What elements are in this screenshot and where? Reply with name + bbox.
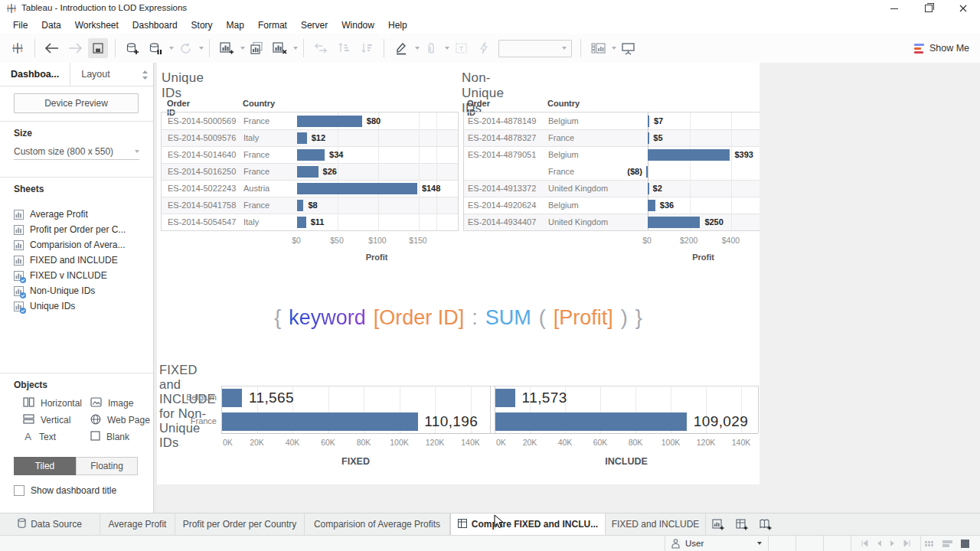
new-worksheet-caret-icon[interactable] [240,47,245,50]
profit-bar[interactable] [648,200,655,211]
profit-bar[interactable] [297,183,417,194]
profit-bar[interactable] [297,132,307,144]
pause-updates-caret-icon[interactable] [169,47,174,50]
menu-file[interactable]: File [6,17,34,34]
profit-bar[interactable] [648,132,649,144]
sheet-tab-compare-fixed-and-inclu-[interactable]: Compare FIXED and INCLU... [450,514,606,535]
menu-dashboard[interactable]: Dashboard [126,17,185,34]
profit-bar[interactable] [648,183,649,194]
show-me-button[interactable]: Show Me [914,34,969,63]
sheet-list-item[interactable]: FIXED v INCLUDE [14,268,107,283]
menu-format[interactable]: Format [251,17,294,34]
sheet-list-item[interactable]: Unique IDs [14,298,75,314]
previous-page-icon[interactable] [876,540,882,547]
object-item-web-page[interactable]: Web Page [90,414,150,426]
fix-axes-icon[interactable] [474,38,494,58]
sheet-list-item[interactable]: Profit per Order per C... [14,222,126,237]
profit-bar[interactable] [646,166,648,178]
object-item-blank[interactable]: Blank [90,431,129,443]
menu-map[interactable]: Map [220,17,251,34]
profit-bar[interactable] [648,149,730,161]
redo-forward-icon[interactable] [65,38,85,58]
size-dropdown[interactable]: Custom size (800 x 550) [14,144,139,160]
tab-layout[interactable]: Layout [70,63,121,86]
axis-tick-label: 20K [523,438,537,447]
menu-window[interactable]: Window [335,17,381,34]
show-hide-cards-icon[interactable] [588,38,608,58]
show-mark-labels-icon[interactable]: T [451,38,471,58]
highlight-icon[interactable] [391,38,411,58]
filmstrip-view-icon[interactable] [942,540,952,548]
menu-help[interactable]: Help [381,17,414,34]
object-item-text[interactable]: AText [23,431,56,443]
profit-bar[interactable] [297,116,362,127]
sheet-tab-comparision-of-average-profits[interactable]: Comparision of Average Profits [305,514,450,535]
tableau-logo-toolbar-icon[interactable] [8,38,28,58]
profit-bar[interactable] [297,166,318,178]
last-page-icon[interactable] [903,540,911,547]
sum-profit-bar[interactable] [222,389,243,407]
menu-worksheet[interactable]: Worksheet [68,17,126,34]
sheet-tab-fixed-and-include[interactable]: FIXED and INCLUDE [606,514,706,535]
profit-bar[interactable] [648,116,649,127]
tab-dashboard[interactable]: Dashboa... [0,63,70,86]
new-data-source-icon[interactable] [122,38,142,58]
object-item-horizontal[interactable]: Horizontal [23,397,82,409]
show-dashboard-title-checkbox[interactable] [14,485,24,496]
pause-auto-updates-icon[interactable] [145,38,165,58]
object-item-image[interactable]: Image [90,397,133,409]
save-icon[interactable] [88,38,108,58]
sheet-tab-data-source[interactable]: Data Source [0,514,100,535]
device-preview-button[interactable]: Device Preview [14,93,139,113]
sum-profit-bar[interactable] [495,412,688,431]
sheet-list-item[interactable]: Average Profit [14,207,88,222]
format-caret-icon[interactable] [445,47,449,50]
menu-story[interactable]: Story [185,17,220,34]
swap-rows-columns-icon[interactable] [311,38,331,58]
profit-bar[interactable] [297,217,306,228]
user-filter-dropdown[interactable]: User [665,539,768,549]
sheet-list-item[interactable]: Non-Unique IDs [14,283,95,298]
sheet-tab-profit-per-order-per-country[interactable]: Profit per Order per Country [175,514,305,535]
collapse-pane-icon[interactable] [142,69,149,83]
minimize-button[interactable] [877,0,911,17]
profit-bar[interactable] [648,217,700,228]
new-worksheet-icon[interactable] [217,38,237,58]
first-page-icon[interactable] [861,540,868,547]
next-page-icon[interactable] [890,540,896,547]
profit-bar[interactable] [297,149,325,161]
sum-profit-bar[interactable] [495,389,516,407]
clear-sheet-caret-icon[interactable] [293,47,298,50]
sheet-view-icon[interactable] [960,540,970,548]
fit-dropdown[interactable] [498,40,572,57]
sort-ascending-icon[interactable] [334,38,354,58]
menu-server[interactable]: Server [294,17,335,34]
tiled-button[interactable]: Tiled [14,457,76,475]
object-item-vertical[interactable]: Vertical [23,414,70,426]
highlight-caret-icon[interactable] [415,47,420,50]
restore-button[interactable] [911,0,946,17]
presentation-mode-icon[interactable] [618,38,638,58]
show-hide-cards-caret-icon[interactable] [612,47,616,50]
grid-view-icon[interactable] [925,540,935,548]
sort-descending-icon[interactable] [357,38,377,58]
profit-bar[interactable] [297,200,303,211]
new-story-tab-icon[interactable] [753,514,777,535]
sheet-list-item[interactable]: Comparision of Avera... [14,237,126,253]
format-icon[interactable] [421,38,441,58]
menu-data[interactable]: Data [34,17,67,34]
country-cell: Belgium [548,197,579,214]
duplicate-sheet-icon[interactable] [247,38,266,58]
sheet-list-item[interactable]: FIXED and INCLUDE [14,253,118,268]
floating-button[interactable]: Floating [76,457,138,475]
clear-sheet-icon[interactable] [270,38,289,58]
undo-back-icon[interactable] [42,38,62,58]
run-update-icon[interactable] [175,38,195,58]
close-button[interactable] [946,0,980,17]
new-dashboard-tab-icon[interactable] [730,514,753,535]
new-worksheet-tab-icon[interactable] [706,514,730,535]
sheet-tab-average-profit[interactable]: Average Profit [100,514,175,535]
run-update-caret-icon[interactable] [199,47,204,50]
sum-profit-bar[interactable] [222,412,418,431]
tableau-logo-icon [5,2,18,15]
